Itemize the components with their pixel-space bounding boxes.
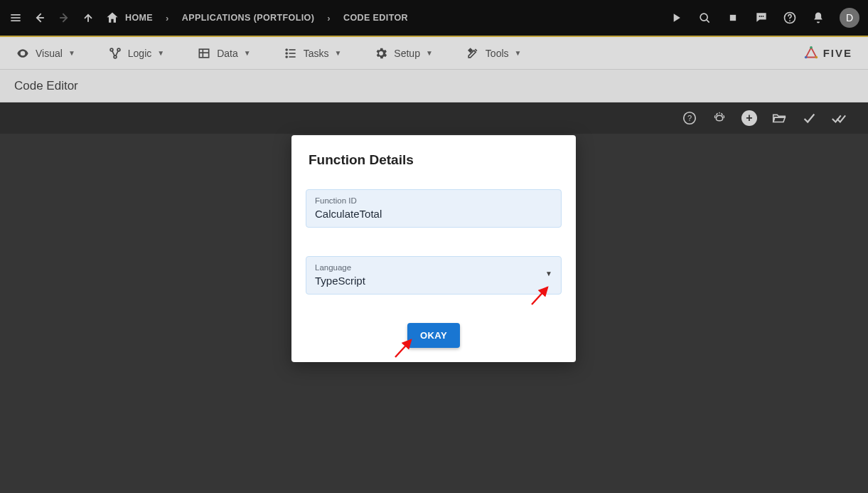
breadcrumb-home[interactable]: HOME: [105, 11, 153, 25]
nav-back-icon[interactable]: [33, 11, 47, 25]
topbar-actions: D: [669, 8, 859, 28]
breadcrumb-applications[interactable]: APPLICATIONS (PORTFOLIO): [182, 13, 314, 23]
function-id-field[interactable]: Function ID CalculateTotal: [306, 189, 562, 228]
field-label: Function ID: [315, 196, 552, 205]
svg-point-12: [763, 16, 764, 17]
hamburger-icon[interactable]: [9, 11, 23, 25]
svg-point-14: [789, 20, 791, 21]
help-icon[interactable]: [783, 11, 797, 25]
svg-point-11: [761, 16, 762, 17]
top-app-bar: HOME › APPLICATIONS (PORTFOLIO) › CODE E…: [0, 0, 868, 37]
svg-line-8: [707, 20, 709, 23]
svg-point-7: [700, 14, 707, 21]
breadcrumb-code-editor[interactable]: CODE EDITOR: [343, 13, 408, 23]
dialog-title: Function Details: [306, 152, 562, 168]
avatar-initial: D: [846, 12, 853, 23]
svg-point-10: [759, 16, 761, 17]
play-icon[interactable]: [669, 11, 683, 25]
home-icon: [105, 11, 119, 25]
field-label: Language: [315, 263, 552, 272]
breadcrumb-label: HOME: [125, 13, 153, 23]
function-id-value: CalculateTotal: [315, 208, 552, 220]
breadcrumb-label: CODE EDITOR: [343, 13, 408, 23]
language-value: TypeScript: [315, 275, 552, 287]
breadcrumb: HOME › APPLICATIONS (PORTFOLIO) › CODE E…: [105, 11, 408, 25]
dialog-actions: OKAY: [306, 323, 562, 348]
nav-forward-icon: [57, 11, 71, 25]
stop-icon[interactable]: [726, 11, 740, 25]
bell-icon[interactable]: [811, 11, 825, 25]
chevron-right-icon: ›: [166, 13, 169, 23]
language-field[interactable]: Language TypeScript ▼: [306, 256, 562, 295]
avatar[interactable]: D: [840, 8, 859, 28]
breadcrumb-label: APPLICATIONS (PORTFOLIO): [182, 13, 314, 23]
chevron-down-icon: ▼: [545, 270, 552, 277]
svg-rect-9: [730, 15, 736, 21]
nav-up-icon[interactable]: [81, 11, 95, 25]
chat-icon[interactable]: [754, 11, 768, 25]
chevron-right-icon: ›: [327, 13, 331, 23]
nav-icon-group: [9, 11, 95, 25]
search-icon[interactable]: [697, 11, 712, 25]
okay-button[interactable]: OKAY: [407, 323, 460, 348]
svg-marker-6: [674, 14, 680, 22]
function-details-dialog: Function Details Function ID CalculateTo…: [291, 135, 576, 362]
